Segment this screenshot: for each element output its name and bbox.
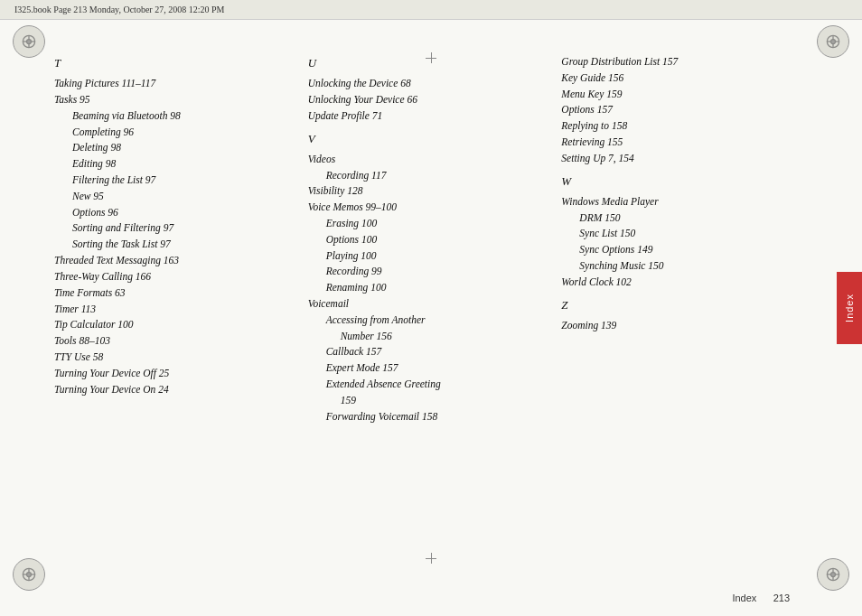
index-entry: Setting Up 7, 154 <box>561 151 801 167</box>
index-entry: Editing 98 <box>72 156 294 173</box>
index-entry: Three-Way Calling 166 <box>54 269 294 285</box>
index-entry: Videos <box>308 152 548 168</box>
corner-decoration-tr <box>817 25 849 58</box>
index-entry: Deleting 98 <box>72 140 294 156</box>
index-entry: Filtering the List 97 <box>72 173 294 189</box>
page-footer: Index 213 <box>0 593 862 603</box>
index-entry: TTY Use 58 <box>54 350 294 366</box>
index-entry: Tip Calculator 100 <box>54 317 294 333</box>
index-entry: Sorting and Filtering 97 <box>72 220 294 237</box>
index-entry: Callback 157 <box>326 344 548 360</box>
index-entry: Zooming 139 <box>561 318 801 334</box>
page: I325.book Page 213 Monday, October 27, 2… <box>0 0 862 616</box>
column-1: TTaking Pictures 111–117Tasks 95Beaming … <box>54 54 301 562</box>
index-entry: Turning Your Device Off 25 <box>54 366 294 382</box>
index-entry: Retrieving 155 <box>561 135 801 151</box>
index-entry: Time Formats 63 <box>54 285 294 302</box>
index-entry: Replying to 158 <box>561 118 801 135</box>
index-entry: Beaming via Bluetooth 98 <box>72 108 294 125</box>
letter-heading-u: U <box>308 54 548 72</box>
index-entry: Unlocking the Device 68 <box>308 76 548 92</box>
index-entry: Key Guide 156 <box>561 70 801 87</box>
index-entry: Threaded Text Messaging 163 <box>54 253 294 269</box>
index-entry: Group Distribution List 157 <box>561 54 801 70</box>
index-entry: Tools 88–103 <box>54 333 294 350</box>
index-entry: Voice Memos 99–100 <box>308 200 548 216</box>
index-entry: Turning Your Device On 24 <box>54 382 294 398</box>
index-entry: Completing 96 <box>72 125 294 141</box>
index-entry: Recording 99 <box>326 264 548 280</box>
index-entry: Sync List 150 <box>579 226 801 242</box>
index-entry: Renaming 100 <box>326 280 548 296</box>
index-entry: Menu Key 159 <box>561 87 801 103</box>
index-entry: Tasks 95 <box>54 92 294 108</box>
index-tab: Index <box>837 272 862 344</box>
svg-point-7 <box>831 40 836 44</box>
index-entry: Erasing 100 <box>326 216 548 232</box>
header-bar: I325.book Page 213 Monday, October 27, 2… <box>0 0 862 20</box>
index-entry: Update Profile 71 <box>308 108 548 125</box>
index-entry: Unlocking Your Device 66 <box>308 92 548 108</box>
corner-decoration-tl <box>13 25 45 58</box>
index-entry: Options 100 <box>326 232 548 248</box>
index-entry: Expert Mode 157 <box>326 360 548 377</box>
index-entry: Options 157 <box>561 102 801 118</box>
index-entry: Accessing from Another <box>326 313 548 329</box>
index-tab-label: Index <box>844 294 855 322</box>
index-entry: Visibility 128 <box>308 183 548 200</box>
letter-heading-t: T <box>54 54 294 72</box>
index-entry: Forwarding Voicemail 158 <box>326 409 548 425</box>
index-entry: Sync Options 149 <box>579 242 801 258</box>
index-entry: Synching Music 150 <box>579 258 801 275</box>
index-entry: Extended Absence Greeting <box>326 377 548 393</box>
index-entry: Taking Pictures 111–117 <box>54 76 294 92</box>
index-entry: Options 96 <box>72 205 294 221</box>
main-content: TTaking Pictures 111–117Tasks 95Beaming … <box>54 54 808 562</box>
column-3: Group Distribution List 157Key Guide 156… <box>554 54 808 562</box>
footer-index-label: Index <box>732 593 773 603</box>
letter-heading-w: W <box>561 173 801 191</box>
index-entry: DRM 150 <box>579 210 801 227</box>
header-text: I325.book Page 213 Monday, October 27, 2… <box>14 5 224 14</box>
index-entry: Number 156 <box>341 329 548 345</box>
index-entry: Voicemail <box>308 296 548 313</box>
letter-heading-v: V <box>308 130 548 148</box>
corner-decoration-bl <box>13 558 45 591</box>
index-entry: Recording 117 <box>326 168 548 184</box>
footer-page-number: 213 <box>773 593 790 603</box>
index-entry: New 95 <box>72 189 294 205</box>
index-entry: Sorting the Task List 97 <box>72 237 294 253</box>
letter-heading-z: Z <box>561 296 801 314</box>
index-entry: Windows Media Player <box>561 194 801 210</box>
svg-point-15 <box>831 573 836 577</box>
index-entry: World Clock 102 <box>561 275 801 291</box>
column-2: UUnlocking the Device 68Unlocking Your D… <box>301 54 555 562</box>
corner-decoration-br <box>817 558 849 591</box>
index-entry: Playing 100 <box>326 248 548 265</box>
svg-point-11 <box>27 573 32 577</box>
index-entry: 159 <box>341 393 548 409</box>
svg-point-3 <box>27 40 32 44</box>
index-entry: Timer 113 <box>54 302 294 318</box>
